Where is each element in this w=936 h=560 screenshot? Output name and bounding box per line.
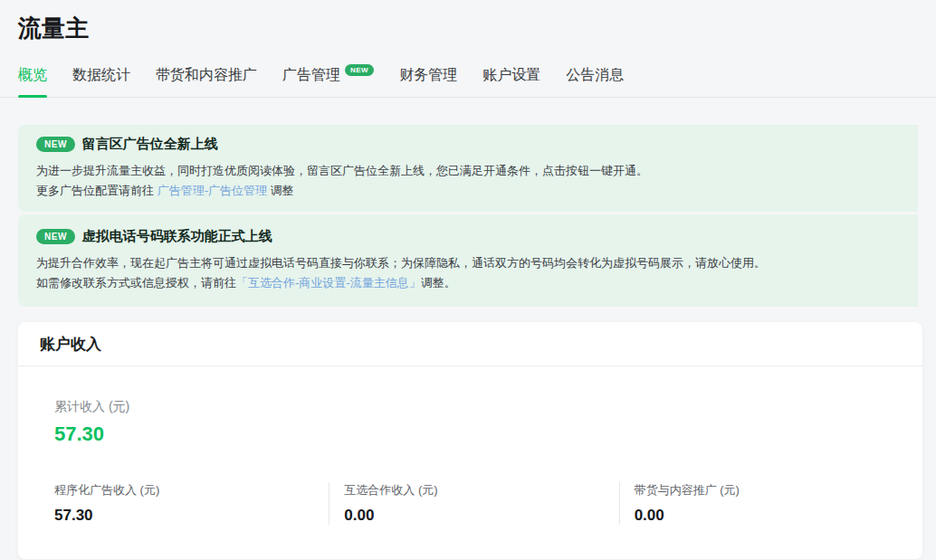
banner-text-line: 如需修改联系方式或信息授权，请前往「互选合作-商业设置-流量主信息」调整。	[36, 273, 900, 293]
banner-title: 留言区广告位全新上线	[82, 136, 218, 153]
tab-bar: 概览 数据统计 带货和内容推广 广告管理 NEW 财务管理 账户设置 公告消息	[0, 66, 936, 98]
banner-text-suffix: 调整。	[421, 276, 456, 289]
banner-heading: NEW 留言区广告位全新上线	[36, 136, 900, 153]
banner-title: 虚拟电话号码联系功能正式上线	[82, 228, 272, 245]
tab-data-statistics-label: 数据统计	[72, 66, 130, 85]
new-badge: NEW	[36, 229, 75, 244]
income-label: 程序化广告收入 (元)	[54, 482, 329, 498]
income-value: 0.00	[344, 507, 618, 525]
new-badge: NEW	[36, 137, 75, 152]
banner-text-line: 更多广告位配置请前往 广告管理-广告位管理 调整	[36, 181, 900, 201]
tab-announcements[interactable]: 公告消息	[566, 66, 624, 97]
income-label: 带货与内容推广 (元)	[635, 482, 909, 498]
tab-ad-management[interactable]: 广告管理 NEW	[282, 66, 374, 97]
goods-content-promotion-income: 带货与内容推广 (元) 0.00	[619, 482, 909, 525]
ad-management-link[interactable]: 广告管理-广告位管理	[158, 184, 267, 197]
total-income-label: 累计收入 (元)	[54, 399, 909, 415]
programmatic-ad-income: 程序化广告收入 (元) 57.30	[18, 482, 329, 525]
page-header: 流量主	[0, 0, 936, 43]
card-header: 账户收入	[18, 322, 922, 366]
income-columns: 程序化广告收入 (元) 57.30 互选合作收入 (元) 0.00 带货与内容推…	[18, 482, 909, 525]
card-title: 账户收入	[40, 336, 101, 353]
banner-text-suffix: 调整	[267, 184, 294, 197]
banner-text-line: 为进一步提升流量主收益，同时打造优质阅读体验，留言区广告位全新上线，您已满足开通…	[36, 161, 900, 181]
notice-banner-virtual-phone: NEW 虚拟电话号码联系功能正式上线 为提升合作效率，现在起广告主将可通过虚拟电…	[18, 214, 918, 307]
tab-finance-management[interactable]: 财务管理	[399, 66, 457, 97]
tab-data-statistics[interactable]: 数据统计	[72, 66, 130, 97]
card-body: 累计收入 (元) 57.30 程序化广告收入 (元) 57.30 互选合作收入 …	[18, 366, 922, 559]
income-value: 0.00	[635, 507, 909, 525]
income-label: 互选合作收入 (元)	[344, 482, 618, 498]
banner-text-prefix: 如需修改联系方式或信息授权，请前往	[36, 276, 236, 289]
new-badge: NEW	[345, 64, 374, 76]
tab-account-settings-label: 账户设置	[482, 66, 540, 85]
page-title: 流量主	[18, 13, 918, 43]
tab-goods-content-promotion-label: 带货和内容推广	[156, 66, 257, 85]
tab-ad-management-label: 广告管理	[282, 66, 340, 85]
tab-announcements-label: 公告消息	[566, 66, 624, 85]
banner-heading: NEW 虚拟电话号码联系功能正式上线	[36, 228, 900, 245]
mutual-selection-income: 互选合作收入 (元) 0.00	[329, 482, 618, 525]
banner-text-prefix: 更多广告位配置请前往	[36, 184, 158, 197]
income-value: 57.30	[54, 507, 329, 525]
tab-finance-management-label: 财务管理	[399, 66, 457, 85]
notice-banner-comment-ad: NEW 留言区广告位全新上线 为进一步提升流量主收益，同时打造优质阅读体验，留言…	[18, 125, 918, 212]
tab-overview-label: 概览	[18, 66, 47, 85]
tab-goods-content-promotion[interactable]: 带货和内容推广	[156, 66, 257, 97]
mutual-selection-settings-link[interactable]: 「互选合作-商业设置-流量主信息」	[236, 276, 421, 289]
total-income-value: 57.30	[54, 422, 909, 446]
tab-overview[interactable]: 概览	[18, 66, 47, 97]
tab-account-settings[interactable]: 账户设置	[482, 66, 540, 97]
account-income-card: 账户收入 累计收入 (元) 57.30 程序化广告收入 (元) 57.30 互选…	[18, 322, 922, 559]
banner-text-line: 为提升合作效率，现在起广告主将可通过虚拟电话号码直接与你联系；为保障隐私，通话双…	[36, 253, 900, 273]
